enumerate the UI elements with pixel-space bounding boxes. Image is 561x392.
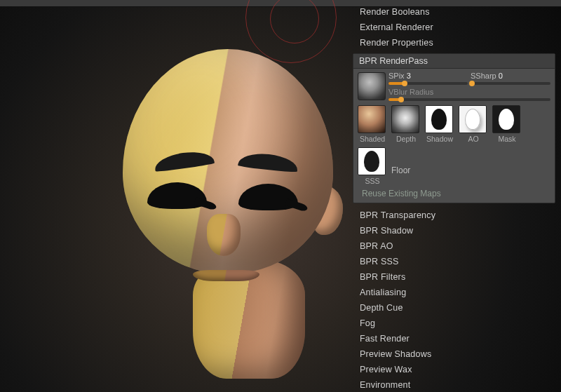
thumb-label: Depth	[391, 135, 421, 143]
menu-antialiasing[interactable]: Antialiasing	[347, 285, 561, 300]
menu-preview-shadows[interactable]: Preview Shadows	[347, 346, 561, 362]
model-head	[102, 49, 347, 344]
bpr-button[interactable]	[358, 72, 386, 100]
bpr-renderpass-panel: BPR RenderPass SPix 3 SSharp 0	[353, 53, 555, 203]
bpr-renderpass-header[interactable]: BPR RenderPass	[353, 54, 555, 69]
ssharp-slider[interactable]	[472, 82, 551, 85]
menu-bpr-transparency[interactable]: BPR Transparency	[347, 208, 561, 223]
menu-bpr-filters[interactable]: BPR Filters	[347, 269, 561, 285]
menu-bpr-ao[interactable]: BPR AO	[347, 238, 561, 254]
thumb-label: Floor	[391, 165, 410, 175]
menu-preview-wax[interactable]: Preview Wax	[347, 362, 561, 377]
renderpass-thumb-shadow[interactable]: Shadow	[425, 105, 454, 143]
thumb-label: Mask	[492, 135, 522, 143]
renderpass-thumb-ao[interactable]: AO	[459, 105, 488, 143]
vblur-label: VBlur Radius	[388, 88, 433, 96]
menu-fog[interactable]: Fog	[347, 316, 561, 331]
renderpass-thumb-mask[interactable]: Mask	[492, 105, 522, 143]
ssharp-value: 0	[499, 72, 503, 80]
spix-label: SPix	[388, 72, 405, 80]
spix-slider[interactable]	[388, 82, 468, 85]
thumb-label: Shadow	[425, 135, 454, 143]
menu-environment[interactable]: Environment	[347, 377, 561, 392]
menu-depth-cue[interactable]: Depth Cue	[347, 300, 561, 316]
menu-render-properties[interactable]: Render Properties	[347, 35, 561, 50]
thumb-label: SSS	[358, 177, 387, 185]
spix-value: 3	[407, 72, 411, 80]
vblur-slider[interactable]	[388, 98, 550, 101]
menu-bpr-sss[interactable]: BPR SSS	[347, 254, 561, 269]
renderpass-thumb-floor[interactable]: Floor	[391, 157, 410, 175]
menu-external-renderer[interactable]: External Renderer	[347, 20, 561, 35]
menu-render-booleans[interactable]: Render Booleans	[347, 4, 561, 20]
reuse-existing-maps[interactable]: Reuse Existing Maps	[358, 185, 550, 200]
renderpass-thumb-depth[interactable]: Depth	[391, 105, 421, 143]
thumb-label: Shaded	[358, 135, 387, 143]
renderpass-thumb-sss[interactable]: SSS	[358, 147, 387, 185]
render-palette: Render BooleansExternal RendererRender P…	[347, 4, 561, 392]
menu-fast-render[interactable]: Fast Render	[347, 331, 561, 346]
thumb-label: AO	[459, 135, 488, 143]
ssharp-label: SSharp	[471, 72, 496, 80]
menu-bpr-shadow[interactable]: BPR Shadow	[347, 223, 561, 238]
renderpass-thumb-shaded[interactable]: Shaded	[358, 105, 387, 143]
